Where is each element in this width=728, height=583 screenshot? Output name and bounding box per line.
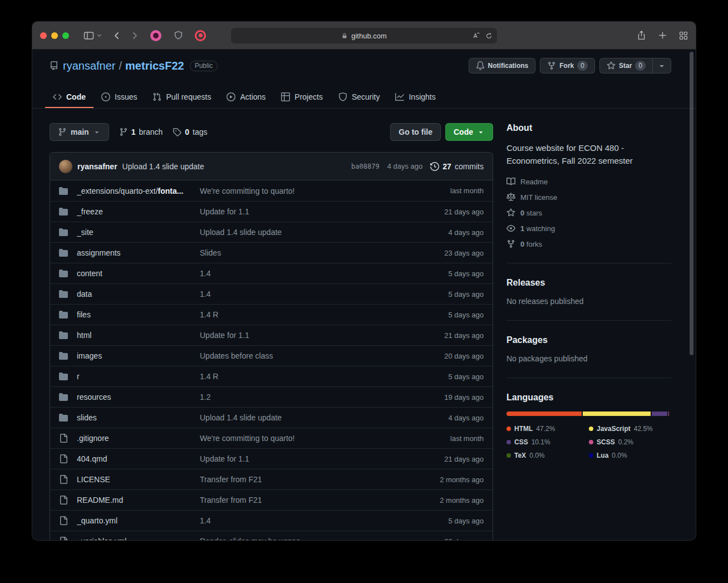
commit-message-link[interactable]: 1.2 bbox=[200, 393, 210, 401]
translate-icon[interactable] bbox=[472, 32, 480, 40]
fork-button[interactable]: Fork 0 bbox=[540, 58, 595, 74]
commit-message-link[interactable]: Transfer from F21 bbox=[200, 496, 262, 504]
file-link[interactable]: _variables.yml bbox=[77, 537, 126, 541]
commit-time: 19 days ago bbox=[422, 393, 484, 401]
commit-sha-link[interactable]: ba08879 bbox=[351, 163, 380, 170]
commit-message-link[interactable]: Slides bbox=[200, 248, 221, 257]
commit-history-link[interactable]: 27commits bbox=[430, 162, 484, 171]
browser-window: github.com ryansafner / metricsF22 Publi… bbox=[32, 21, 696, 541]
commit-message-link[interactable]: Upload 1.4 slide update bbox=[200, 228, 282, 237]
releases-title[interactable]: Releases bbox=[506, 278, 671, 288]
repo-nav: Code Issues Pull requests Actions Projec… bbox=[32, 85, 696, 109]
commit-message-link[interactable]: 1.4 bbox=[200, 269, 210, 278]
tab-insights[interactable]: Insights bbox=[387, 85, 443, 108]
language-link[interactable]: HTML47.2% bbox=[506, 425, 589, 433]
address-bar[interactable]: github.com bbox=[231, 28, 497, 43]
extension-icon-3[interactable] bbox=[195, 30, 206, 41]
commit-message-link[interactable]: We're committing to quarto! bbox=[200, 187, 294, 195]
minimize-button[interactable] bbox=[51, 32, 58, 39]
commit-message-link[interactable]: Upload 1.4 slide update bbox=[200, 413, 282, 422]
tab-overview-button[interactable] bbox=[679, 31, 688, 40]
extension-icon-1[interactable] bbox=[150, 30, 161, 41]
file-path-prefix-link[interactable]: _extensions/quarto-ext/ bbox=[77, 187, 158, 195]
file-link[interactable]: content bbox=[77, 269, 102, 278]
file-link[interactable]: 404.qmd bbox=[77, 454, 107, 463]
tab-projects[interactable]: Projects bbox=[273, 85, 331, 108]
packages-title[interactable]: Packages bbox=[506, 335, 671, 345]
share-button[interactable] bbox=[637, 31, 646, 40]
commit-message-link[interactable]: 1.4 R bbox=[200, 310, 218, 319]
close-button[interactable] bbox=[40, 32, 47, 39]
file-link[interactable]: files bbox=[77, 310, 91, 319]
chevron-down-icon[interactable] bbox=[96, 32, 102, 38]
repo-name-link[interactable]: metricsF22 bbox=[125, 60, 184, 72]
commit-message-link[interactable]: 1.4 R bbox=[200, 372, 218, 381]
readme-link[interactable]: Readme bbox=[506, 177, 671, 186]
tab-issues[interactable]: Issues bbox=[94, 85, 145, 108]
folder-icon bbox=[59, 228, 68, 237]
language-link[interactable]: Lua0.0% bbox=[589, 452, 671, 459]
page-scrollbar[interactable] bbox=[690, 52, 693, 355]
back-button[interactable] bbox=[112, 31, 121, 40]
commit-message-link[interactable]: Update for 1.1 bbox=[200, 331, 249, 340]
file-link[interactable]: _quarto.yml bbox=[77, 516, 117, 525]
tab-security[interactable]: Security bbox=[331, 85, 388, 108]
file-link[interactable]: slides bbox=[77, 413, 97, 422]
tab-actions[interactable]: Actions bbox=[219, 85, 273, 108]
language-link[interactable]: CSS10.1% bbox=[506, 438, 589, 446]
stars-link[interactable]: 0 stars bbox=[506, 208, 671, 217]
commit-message-link[interactable]: 1.4 bbox=[200, 290, 210, 298]
forks-link[interactable]: 0 forks bbox=[506, 239, 671, 248]
commit-message-link[interactable]: Render, slides may be wrong bbox=[200, 537, 301, 541]
file-link[interactable]: assignments bbox=[77, 248, 121, 257]
forward-button[interactable] bbox=[130, 31, 139, 40]
tab-pull-requests[interactable]: Pull requests bbox=[145, 85, 219, 108]
new-tab-button[interactable] bbox=[658, 31, 667, 40]
tab-code[interactable]: Code bbox=[45, 85, 94, 108]
avatar[interactable] bbox=[59, 160, 72, 173]
code-button[interactable]: Code bbox=[445, 123, 493, 141]
notifications-button[interactable]: Notifications bbox=[469, 58, 536, 74]
commit-message-link[interactable]: Update for 1.1 bbox=[200, 454, 249, 463]
file-link[interactable]: resources bbox=[77, 393, 111, 401]
commit-message-link[interactable]: 1.4 bbox=[200, 516, 210, 525]
file-link[interactable]: html bbox=[77, 331, 91, 340]
file-link[interactable]: LICENSE bbox=[77, 475, 110, 484]
file-link[interactable]: .gitignore bbox=[77, 434, 109, 443]
commit-message-link[interactable]: We're committing to quarto! bbox=[200, 434, 294, 443]
branches-link[interactable]: 1branch bbox=[119, 128, 163, 136]
file-link[interactable]: _freeze bbox=[77, 207, 103, 216]
watching-link[interactable]: 1 watching bbox=[506, 224, 671, 233]
language-link[interactable]: TeX0.0% bbox=[506, 452, 589, 459]
branch-selector-button[interactable]: main bbox=[50, 123, 109, 141]
reload-button[interactable] bbox=[485, 32, 493, 40]
file-link[interactable]: images bbox=[77, 351, 102, 360]
repo-owner-link[interactable]: ryansafner bbox=[63, 60, 116, 72]
commit-time: last month bbox=[422, 187, 484, 195]
file-icon bbox=[59, 496, 68, 504]
file-link[interactable]: _site bbox=[77, 228, 94, 237]
latest-commit-bar: ryansafner Upload 1.4 slide update ba088… bbox=[50, 153, 493, 180]
language-link[interactable]: SCSS0.2% bbox=[589, 438, 671, 446]
extension-icon-2[interactable] bbox=[173, 30, 184, 41]
commit-message-link[interactable]: Updates before class bbox=[200, 351, 273, 360]
commit-message-link[interactable]: Upload 1.4 slide update bbox=[122, 162, 204, 171]
file-link[interactable]: r bbox=[77, 372, 80, 381]
commit-time: 5 days ago bbox=[422, 373, 484, 381]
go-to-file-button[interactable]: Go to file bbox=[390, 123, 441, 141]
zoom-button[interactable] bbox=[62, 32, 69, 39]
fork-count-badge: 0 bbox=[577, 61, 588, 71]
folder-icon bbox=[59, 351, 68, 360]
file-link[interactable]: README.md bbox=[77, 496, 123, 504]
language-link[interactable]: JavaScript42.5% bbox=[589, 425, 671, 433]
file-link[interactable]: data bbox=[77, 290, 92, 298]
tags-link[interactable]: 0tags bbox=[173, 128, 207, 136]
star-dropdown-button[interactable] bbox=[653, 58, 671, 74]
license-link[interactable]: MIT license bbox=[506, 193, 671, 202]
commit-message-link[interactable]: Transfer from F21 bbox=[200, 475, 262, 484]
sidebar-toggle-button[interactable] bbox=[83, 31, 94, 40]
file-link[interactable]: fonta... bbox=[158, 187, 184, 195]
commit-author-link[interactable]: ryansafner bbox=[77, 162, 117, 171]
commit-message-link[interactable]: Update for 1.1 bbox=[200, 207, 249, 216]
star-button[interactable]: Star 0 bbox=[599, 58, 653, 74]
